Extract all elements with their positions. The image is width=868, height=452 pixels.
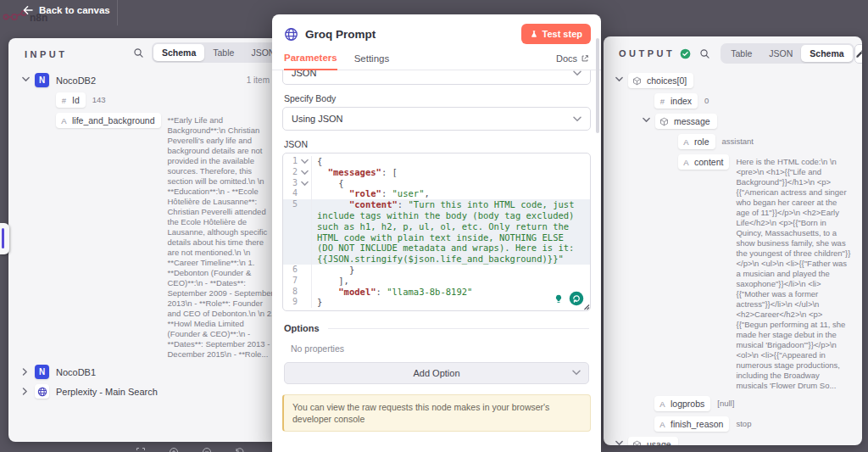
editor-line: 6 } [283,265,590,276]
field-pill-life_and_background[interactable]: Alife_and_background [56,113,161,128]
back-label: Back to canvas [39,5,110,15]
schema-field-row: Alife_and_background **Early Life and Ba… [8,113,281,360]
ai-fix-icon[interactable] [569,291,584,306]
schema-field-row: Acontent Here is the HTML code:\n \n <pr… [604,154,858,391]
object-pill-usage[interactable]: usage [628,437,678,445]
left-edge-tab[interactable] [0,223,9,254]
code-text[interactable]: { [312,178,590,189]
tab-settings[interactable]: Settings [354,53,390,70]
zoom-out-icon[interactable] [202,447,212,452]
line-number: 6 [283,265,298,276]
schema-node-row[interactable]: N NocoDB1 [8,365,281,379]
node-globe-icon [284,27,298,42]
tab-table[interactable]: Table [722,45,760,62]
code-text[interactable]: "role": "user", [312,188,590,199]
edit-output-button[interactable] [854,44,862,64]
fold-gutter [298,199,312,265]
field-pill-index[interactable]: #index [654,93,698,109]
field-value: 143 [92,95,281,105]
field-pill-finish_reason[interactable]: Afinish_reason [654,416,729,432]
back-arrow-icon [23,6,33,14]
chevron-down-icon [573,116,581,122]
code-text[interactable]: { [312,156,590,167]
canvas-zoom-controls[interactable] [136,447,245,452]
tip-lightbulb-icon[interactable] [551,291,566,306]
editor-lines: 1 { 2 "messages": [ 3 { 4 "role": "user"… [283,156,590,308]
object-cube-icon [632,440,642,446]
left-edge-tab-indicator [2,228,4,248]
search-icon[interactable] [133,47,144,59]
test-step-button[interactable]: Test step [521,24,591,44]
output-panel-title: OUTPUT [619,48,675,59]
field-value: **Early Life and Background**:\n Christi… [168,115,282,360]
field-pill-Id[interactable]: #Id [56,92,86,108]
top-parameter-select[interactable]: JSON [282,70,591,85]
editor-line: 7 ], [283,276,590,287]
docs-link[interactable]: Docs [556,53,589,70]
chevron-down-icon[interactable] [615,73,628,82]
field-pill-content[interactable]: Acontent [678,154,729,170]
reset-zoom-icon[interactable] [235,447,245,452]
schema-node-row[interactable]: N NocoDB2 1 item [8,73,281,87]
schema-node-row[interactable]: Perplexity - Main Search [8,384,281,399]
chevron-down-icon[interactable] [22,73,35,82]
fold-chevron-icon[interactable] [298,167,312,178]
field-pill-logprobs[interactable]: Alogprobs [654,396,710,411]
tab-table[interactable]: Table [204,44,242,61]
back-to-canvas-button[interactable]: Back to canvas [23,5,110,15]
field-pill-role[interactable]: Arole [678,134,715,149]
tab-parameters[interactable]: Parameters [284,53,337,70]
fold-chevron-icon[interactable] [298,156,312,167]
fold-chevron-icon[interactable] [298,178,312,189]
chevron-down-icon [572,370,581,376]
schema-field-row: #index 0 [604,93,858,109]
chevron-down-icon[interactable] [615,437,628,445]
tab-json[interactable]: JSON [760,45,801,62]
code-text[interactable]: "messages": [ [312,167,590,178]
editor-line: 2 "messages": [ [283,167,590,178]
object-pill-choices[0][interactable]: choices[0] [628,73,693,88]
fold-gutter [298,287,312,298]
schema-object-row[interactable]: usage [604,437,858,445]
editor-line: 5 "content": "Turn this into HTML code, … [283,199,590,265]
editor-line: 4 "role": "user", [283,188,590,199]
code-text[interactable]: "model": "llama3-8b-8192" [312,287,590,298]
editor-resize-grip[interactable] [583,304,590,310]
fit-view-icon[interactable] [136,447,146,452]
item-count: 1 item [247,75,270,85]
chevron-down-icon[interactable] [643,114,655,123]
search-icon[interactable] [699,48,710,59]
dialog-scrollbar-thumb[interactable] [596,38,599,133]
add-option-button[interactable]: Add Option [284,362,589,384]
code-text[interactable]: } [312,297,590,308]
code-text[interactable]: } [312,265,590,276]
json-code-editor[interactable]: 1 { 2 "messages": [ 3 { 4 "role": "user"… [282,153,591,311]
editor-toolbar [549,290,586,307]
options-section-header: Options [284,323,589,333]
field-value: Here is the HTML code:\n \n <pre>\n <h1>… [736,157,858,391]
globe-icon [35,384,49,399]
schema-object-row[interactable]: choices[0] [604,73,858,88]
input-view-tabs: SchemaTableJSON [152,42,285,63]
number-type-icon: # [60,96,68,105]
tab-schema[interactable]: Schema [153,44,204,61]
object-pill-message[interactable]: message [655,114,717,129]
divider [328,328,589,329]
no-properties-text: No properties [291,343,601,354]
specify-body-select[interactable]: Using JSON [282,107,591,131]
zoom-in-icon[interactable] [169,447,179,452]
node-name: Perplexity - Main Search [56,387,158,397]
line-number: 5 [283,199,298,265]
code-text[interactable]: ], [312,276,590,287]
fold-gutter [298,265,312,276]
tab-schema[interactable]: Schema [801,45,852,62]
flask-icon [530,30,538,39]
number-type-icon: # [659,97,666,106]
field-value: [null] [717,399,858,409]
code-text[interactable]: "content": "Turn this into HTML code, ju… [312,199,590,265]
chevron-right-icon[interactable] [22,384,35,395]
chevron-right-icon[interactable] [22,365,35,376]
nocodb-icon: N [35,73,49,87]
editor-line: 1 { [283,156,590,167]
schema-object-row[interactable]: message [604,114,858,129]
